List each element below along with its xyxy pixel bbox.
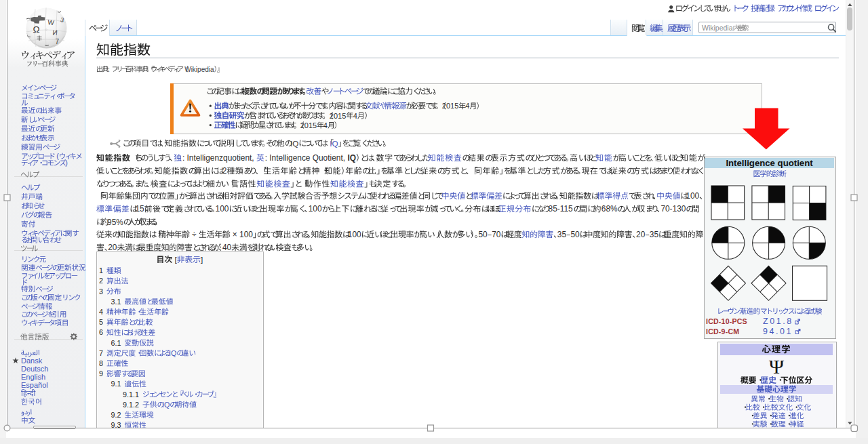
svg-text:5: 5 — [99, 318, 103, 326]
svg-text:7: 7 — [99, 349, 103, 357]
svg-text:9.1.2: 9.1.2 — [123, 401, 139, 409]
svg-text:9.2: 9.2 — [111, 411, 121, 419]
svg-text:4: 4 — [465, 102, 469, 110]
svg-text:Intelligence quotient: Intelligence quotient — [726, 158, 813, 168]
svg-text:2015: 2015 — [300, 121, 317, 129]
svg-text:15: 15 — [136, 204, 145, 214]
svg-text:50: 50 — [479, 230, 488, 239]
svg-text:68%: 68% — [601, 204, 618, 214]
svg-text:ICD-10-PCS: ICD-10-PCS — [706, 317, 747, 325]
svg-text:70-130: 70-130 — [660, 204, 686, 214]
svg-text:100: 100 — [348, 230, 361, 239]
svg-text:2015: 2015 — [442, 102, 458, 110]
svg-text:20: 20 — [108, 243, 117, 252]
svg-text:IQ: IQ — [162, 401, 170, 409]
svg-text:6.1: 6.1 — [111, 339, 121, 347]
svg-text:40: 40 — [222, 243, 232, 252]
svg-text:: Intelligenzquotient,: : Intelligenzquotient, — [182, 153, 256, 163]
svg-text:100: 100 — [686, 191, 699, 201]
svg-text:2015: 2015 — [330, 112, 346, 120]
svg-text:]: ] — [201, 255, 203, 264]
svg-text:IQ: IQ — [330, 139, 338, 148]
svg-text:2: 2 — [99, 277, 103, 285]
svg-text:8: 8 — [99, 359, 103, 367]
svg-text:100: 100 — [216, 204, 229, 214]
svg-text:): ) — [65, 159, 68, 167]
svg-text:: Intelligence Quotient,: : Intelligence Quotient, — [265, 153, 348, 163]
svg-text:3.1: 3.1 — [111, 298, 121, 306]
svg-text:4: 4 — [353, 112, 357, 120]
svg-text:Español: Español — [21, 381, 48, 389]
svg-text:4: 4 — [99, 308, 103, 316]
svg-text:Deutsch: Deutsch — [21, 365, 48, 373]
svg-text:(: ( — [54, 152, 59, 160]
svg-text:÷: ÷ — [190, 230, 199, 239]
svg-text::: : — [108, 66, 112, 73]
svg-text:IQ: IQ — [290, 139, 298, 148]
svg-text:100: 100 — [309, 204, 322, 214]
svg-text:English: English — [21, 373, 45, 381]
svg-text:9.1: 9.1 — [111, 380, 121, 388]
svg-text:Wikipedia: Wikipedia — [184, 66, 214, 73]
svg-text:4: 4 — [323, 121, 328, 129]
svg-text:2: 2 — [222, 166, 227, 176]
svg-text:IQ: IQ — [347, 153, 356, 163]
svg-text:[: [ — [172, 255, 177, 264]
svg-text:IQ: IQ — [169, 349, 176, 357]
svg-text:6: 6 — [99, 328, 103, 336]
svg-text:W: W — [47, 18, 55, 26]
svg-text:Ψ: Ψ — [769, 355, 785, 378]
svg-text:3: 3 — [99, 287, 103, 296]
svg-text:70: 70 — [492, 230, 501, 239]
svg-text:94.01: 94.01 — [763, 327, 793, 336]
svg-text:1: 1 — [99, 266, 103, 275]
svg-text:85-115: 85-115 — [549, 204, 574, 214]
svg-text:Wikipedia: Wikipedia — [702, 24, 733, 32]
svg-text:20: 20 — [636, 230, 646, 239]
svg-text:9: 9 — [99, 369, 103, 378]
svg-text:Dansk: Dansk — [21, 357, 43, 365]
svg-text:Z01.8: Z01.8 — [763, 317, 793, 326]
svg-text:35: 35 — [650, 230, 659, 239]
svg-text:35: 35 — [557, 230, 567, 239]
svg-text:× 100: × 100 — [231, 230, 254, 239]
svg-text:50: 50 — [571, 230, 580, 239]
svg-text:9.1.1: 9.1.1 — [123, 390, 139, 399]
svg-text:И: И — [52, 28, 58, 36]
svg-text:ICD-9-CM: ICD-9-CM — [706, 327, 739, 336]
svg-text:7: 7 — [56, 38, 60, 45]
svg-text:95%: 95% — [107, 218, 123, 227]
svg-text:Ω: Ω — [33, 24, 40, 35]
